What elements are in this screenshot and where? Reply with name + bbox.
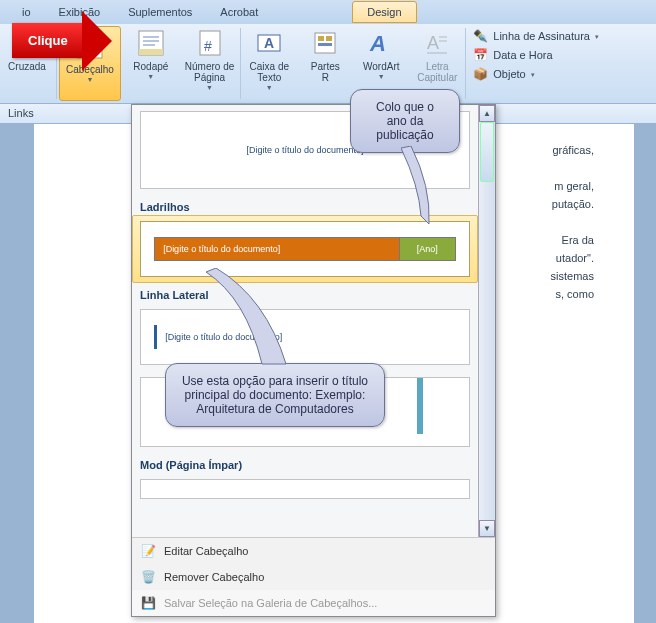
chevron-down-icon: ▾ (595, 33, 599, 41)
linha-assinatura-button[interactable]: ✒️ Linha de Assinatura ▾ (472, 28, 599, 44)
numero-pagina-button[interactable]: # Número de Página ▼ (179, 24, 240, 103)
date-icon: 📅 (472, 47, 488, 63)
numero-pagina-label: Número de Página (185, 61, 234, 83)
object-icon: 📦 (472, 66, 488, 82)
ladrilhos-title-field: [Digite o título do documento] (154, 237, 400, 261)
chevron-down-icon: ▼ (378, 73, 385, 80)
arrow-head-icon (82, 11, 112, 71)
remove-header-menuitem[interactable]: 🗑️ Remover Cabeçalho (132, 564, 495, 590)
header-gallery-dropdown: [Digite o título do documento] Ladrilhos… (131, 104, 496, 617)
svg-text:A: A (264, 35, 274, 51)
objeto-button[interactable]: 📦 Objeto ▾ (472, 66, 599, 82)
data-hora-button[interactable]: 📅 Data e Hora (472, 47, 599, 63)
arrow-label: Clique (28, 33, 68, 48)
quick-parts-icon (309, 27, 341, 59)
annotation-arrow: Clique (12, 23, 82, 58)
tab-design[interactable]: Design (352, 1, 416, 23)
gallery-preview (140, 479, 470, 499)
callout-tail-icon (401, 146, 441, 226)
callout-tail-icon (206, 268, 296, 368)
gallery-item-linha-lateral[interactable]: [Digite o título do documento] (132, 303, 478, 371)
footer-icon (135, 27, 167, 59)
partes-button[interactable]: Partes R (297, 24, 353, 103)
chevron-down-icon: ▼ (86, 76, 93, 83)
caixa-texto-button[interactable]: A Caixa de Texto ▼ (241, 24, 297, 103)
tab-acrobat[interactable]: Acrobat (206, 2, 272, 22)
menu-label: Editar Cabeçalho (164, 545, 248, 557)
tab-suplementos[interactable]: Suplementos (114, 2, 206, 22)
cruzada-label: Cruzada (8, 61, 46, 72)
edit-icon: 📝 (140, 543, 156, 559)
partes-label: Partes R (311, 61, 340, 83)
tab-partial[interactable]: io (8, 2, 45, 22)
chevron-down-icon: ▾ (531, 71, 535, 79)
letra-label: Letra Capitular (417, 61, 457, 83)
data-hora-label: Data e Hora (493, 49, 552, 61)
remove-icon: 🗑️ (140, 569, 156, 585)
callout-year: Colo que o ano da publicação (350, 89, 460, 153)
chevron-down-icon: ▼ (206, 84, 213, 91)
gallery-preview: [Digite o título do documento] (140, 309, 470, 365)
svg-text:A: A (369, 31, 386, 56)
scroll-up-button[interactable]: ▲ (479, 105, 495, 122)
callout-text: Colo que o ano da publicação (376, 100, 434, 142)
wordart-icon: A (365, 27, 397, 59)
scroll-down-button[interactable]: ▼ (479, 520, 495, 537)
gallery-menu: 📝 Editar Cabeçalho 🗑️ Remover Cabeçalho … (132, 537, 495, 616)
preview-placeholder: [Digite o título do documento] (246, 145, 363, 155)
callout-title: Use esta opção para inserir o título pri… (165, 363, 385, 427)
chevron-down-icon: ▼ (147, 73, 154, 80)
rodape-button[interactable]: Rodapé ▼ (123, 24, 179, 103)
ladrilhos-year-field: [Ano] (400, 237, 456, 261)
svg-rect-6 (139, 49, 163, 55)
gallery-item-mod[interactable] (132, 473, 478, 505)
page-number-icon: # (194, 27, 226, 59)
chevron-down-icon: ▼ (266, 84, 273, 91)
gallery-preview: [Digite o título do documento] [Ano] (140, 221, 470, 277)
signature-icon: ✒️ (472, 28, 488, 44)
wordart-label: WordArt (363, 61, 400, 72)
callout-text: Use esta opção para inserir o título pri… (182, 374, 368, 416)
text-box-icon: A (253, 27, 285, 59)
linha-assinatura-label: Linha de Assinatura (493, 30, 590, 42)
scroll-thumb[interactable] (480, 122, 494, 182)
save-to-gallery-menuitem: 💾 Salvar Seleção na Galeria de Cabeçalho… (132, 590, 495, 616)
svg-text:#: # (204, 38, 212, 54)
gallery-section-title: Mod (Página Ímpar) (132, 453, 478, 473)
drop-cap-icon: A (421, 27, 453, 59)
svg-rect-17 (318, 43, 332, 46)
edit-header-menuitem[interactable]: 📝 Editar Cabeçalho (132, 538, 495, 564)
gallery-section-title: Linha Lateral (132, 283, 478, 303)
caixa-texto-label: Caixa de Texto (250, 61, 289, 83)
objeto-label: Objeto (493, 68, 525, 80)
menu-label: Salvar Seleção na Galeria de Cabeçalhos.… (164, 597, 377, 609)
svg-text:A: A (427, 33, 439, 53)
rodape-label: Rodapé (133, 61, 168, 72)
text-group-stack: ✒️ Linha de Assinatura ▾ 📅 Data e Hora 📦… (466, 24, 605, 103)
save-icon: 💾 (140, 595, 156, 611)
gallery-scrollbar[interactable]: ▲ ▼ (478, 105, 495, 537)
svg-rect-15 (318, 36, 324, 41)
menu-label: Remover Cabeçalho (164, 571, 264, 583)
svg-rect-16 (326, 36, 332, 41)
